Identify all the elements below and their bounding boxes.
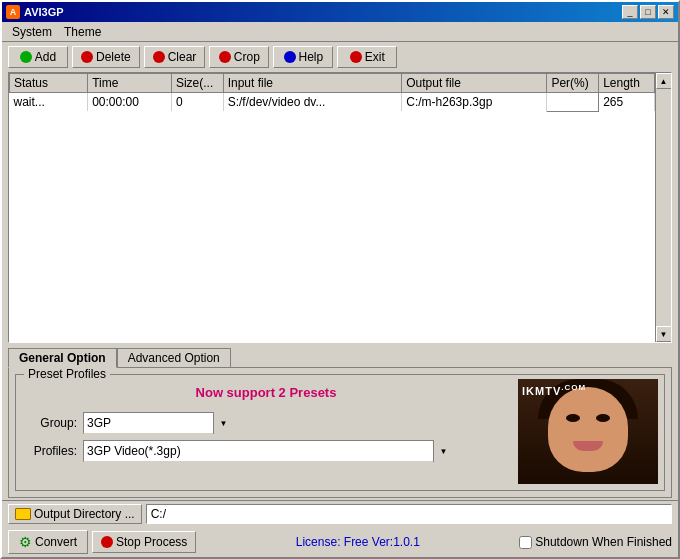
group-select[interactable]: 3GP MP4 AVI — [83, 412, 233, 434]
cell-output: C:/m-h263p.3gp — [402, 93, 547, 112]
add-icon — [20, 51, 32, 63]
table-scroll-wrap: Status Time Size(... Input file Output f… — [9, 73, 671, 342]
col-length: Length — [599, 74, 655, 93]
stop-process-button[interactable]: Stop Process — [92, 531, 196, 553]
delete-button[interactable]: Delete — [72, 46, 140, 68]
face-eye-left — [566, 414, 580, 422]
menubar: System Theme — [2, 22, 678, 42]
output-dir-bar: Output Directory ... C:/ — [2, 500, 678, 527]
group-label: Group: — [22, 416, 77, 430]
profiles-select[interactable]: 3GP Video(*.3gp) 3GP Audio(*.3gp) MP4 Vi… — [83, 440, 453, 462]
cell-status: wait... — [10, 93, 88, 112]
tab-content-general: Preset Profiles Now support 2 Presets Gr… — [8, 367, 672, 498]
tab-general[interactable]: General Option — [8, 348, 117, 368]
profiles-select-wrap: 3GP Video(*.3gp) 3GP Audio(*.3gp) MP4 Vi… — [83, 440, 453, 462]
clear-button[interactable]: Clear — [144, 46, 206, 68]
app-icon: A — [6, 5, 20, 19]
exit-button[interactable]: Exit — [337, 46, 397, 68]
scroll-track[interactable] — [656, 89, 671, 326]
scroll-down-button[interactable]: ▼ — [656, 326, 672, 342]
convert-icon: ⚙ — [19, 534, 32, 550]
shutdown-checkbox[interactable] — [519, 536, 532, 549]
stop-icon — [101, 536, 113, 548]
menu-system[interactable]: System — [6, 23, 58, 41]
help-icon — [284, 51, 296, 63]
window-controls: _ □ ✕ — [622, 5, 674, 19]
window-title: AVI3GP — [24, 6, 64, 18]
preset-profiles-legend: Preset Profiles — [24, 367, 110, 381]
group-select-wrap: 3GP MP4 AVI ▼ — [83, 412, 233, 434]
output-dir-button[interactable]: Output Directory ... — [8, 504, 142, 524]
preset-support-text: Now support 2 Presets — [22, 379, 510, 406]
add-button[interactable]: Add — [8, 46, 68, 68]
cell-length: 265 — [599, 93, 655, 112]
file-table: Status Time Size(... Input file Output f… — [9, 73, 655, 112]
col-size: Size(... — [171, 74, 223, 93]
options-area: General Option Advanced Option Preset Pr… — [8, 347, 672, 498]
face-eye-right — [596, 414, 610, 422]
file-table-container: Status Time Size(... Input file Output f… — [8, 72, 672, 343]
minimize-button[interactable]: _ — [622, 5, 638, 19]
col-input: Input file — [223, 74, 402, 93]
menu-theme[interactable]: Theme — [58, 23, 107, 41]
group-row: Group: 3GP MP4 AVI ▼ — [22, 412, 510, 434]
group-select-arrow[interactable]: ▼ — [213, 412, 233, 434]
face-skin — [548, 387, 628, 472]
folder-icon — [15, 508, 31, 520]
delete-icon — [81, 51, 93, 63]
profiles-row: Profiles: 3GP Video(*.3gp) 3GP Audio(*.3… — [22, 440, 510, 462]
table-row: wait... 00:00:00 0 S:/f/dev/video dv... … — [10, 93, 655, 112]
shutdown-label: Shutdown When Finished — [535, 535, 672, 549]
clear-icon — [153, 51, 165, 63]
crop-icon — [219, 51, 231, 63]
exit-icon — [350, 51, 362, 63]
toolbar: Add Delete Clear Crop Help Exit — [2, 42, 678, 72]
help-button[interactable]: Help — [273, 46, 333, 68]
preview-image: IKMTV.COM — [518, 379, 658, 484]
tabs: General Option Advanced Option — [8, 347, 672, 367]
table-body-scroll[interactable]: Status Time Size(... Input file Output f… — [9, 73, 655, 342]
logo-com: .COM — [561, 383, 586, 392]
crop-button[interactable]: Crop — [209, 46, 269, 68]
scroll-up-button[interactable]: ▲ — [656, 73, 672, 89]
profiles-select-arrow[interactable]: ▼ — [433, 440, 453, 462]
cell-input: S:/f/dev/video dv... — [223, 93, 402, 112]
maximize-button[interactable]: □ — [640, 5, 656, 19]
shutdown-check: Shutdown When Finished — [519, 535, 672, 549]
action-bar: ⚙ Convert Stop Process License: Free Ver… — [2, 527, 678, 557]
title-bar: A AVI3GP _ □ ✕ — [2, 2, 678, 22]
close-button[interactable]: ✕ — [658, 5, 674, 19]
col-status: Status — [10, 74, 88, 93]
preset-content: Now support 2 Presets Group: 3GP MP4 AVI… — [22, 379, 658, 484]
cell-time: 00:00:00 — [88, 93, 172, 112]
preset-profiles-box: Preset Profiles Now support 2 Presets Gr… — [15, 374, 665, 491]
tab-advanced[interactable]: Advanced Option — [117, 348, 231, 368]
main-window: A AVI3GP _ □ ✕ System Theme Add Delete C… — [0, 0, 680, 559]
col-output: Output file — [402, 74, 547, 93]
col-time: Time — [88, 74, 172, 93]
license-text: License: Free Ver:1.0.1 — [200, 535, 515, 549]
cell-per — [547, 93, 599, 112]
col-per: Per(%) — [547, 74, 599, 93]
vertical-scrollbar[interactable]: ▲ ▼ — [655, 73, 671, 342]
profiles-label: Profiles: — [22, 444, 77, 458]
output-dir-value: C:/ — [146, 504, 672, 524]
cell-size: 0 — [171, 93, 223, 112]
preset-left: Now support 2 Presets Group: 3GP MP4 AVI… — [22, 379, 510, 484]
preview-logo: IKMTV.COM — [522, 383, 586, 397]
convert-button[interactable]: ⚙ Convert — [8, 530, 88, 554]
